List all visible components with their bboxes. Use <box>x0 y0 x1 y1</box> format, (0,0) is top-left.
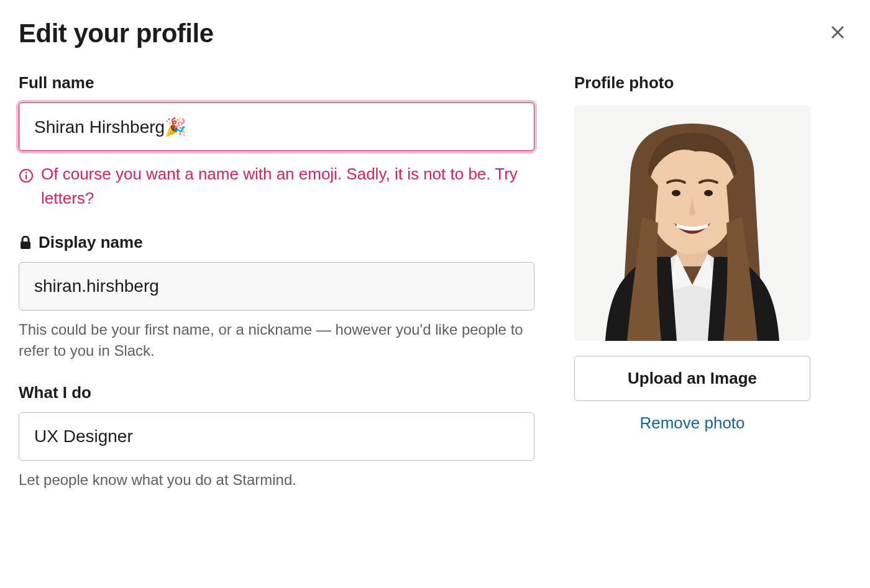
display-name-field-group: Display name This could be your first na… <box>19 233 534 361</box>
full-name-label: Full name <box>19 73 534 93</box>
svg-rect-5 <box>21 242 30 249</box>
what-i-do-label: What I do <box>19 383 534 402</box>
remove-photo-link[interactable]: Remove photo <box>574 414 810 433</box>
photo-label: Profile photo <box>574 73 810 93</box>
what-i-do-help: Let people know what you do at Starmind. <box>19 469 534 491</box>
upload-image-button[interactable]: Upload an Image <box>574 356 810 401</box>
what-i-do-input[interactable] <box>19 412 534 461</box>
full-name-field-group: Full name Of course you want a name with… <box>19 73 534 210</box>
what-i-do-field-group: What I do Let people know what you do at… <box>19 383 534 491</box>
display-name-label: Display name <box>19 233 534 252</box>
modal-title: Edit your profile <box>19 19 214 48</box>
full-name-error: Of course you want a name with an emoji.… <box>19 162 534 210</box>
lock-icon <box>19 236 32 250</box>
modal-header: Edit your profile <box>19 19 851 48</box>
info-icon <box>19 166 34 190</box>
content-grid: Full name Of course you want a name with… <box>19 73 851 513</box>
profile-photo-preview <box>574 105 810 341</box>
close-button[interactable] <box>824 19 851 48</box>
display-name-input[interactable] <box>19 262 534 310</box>
svg-point-10 <box>704 190 713 196</box>
close-icon <box>829 24 846 43</box>
display-name-label-text: Display name <box>39 233 143 252</box>
full-name-input[interactable] <box>19 102 534 151</box>
avatar <box>574 105 810 341</box>
form-column: Full name Of course you want a name with… <box>19 73 534 513</box>
full-name-error-text: Of course you want a name with an emoji.… <box>41 162 534 210</box>
svg-point-9 <box>672 190 680 196</box>
display-name-help: This could be your first name, or a nick… <box>19 319 534 361</box>
photo-column: Profile photo <box>574 73 810 513</box>
